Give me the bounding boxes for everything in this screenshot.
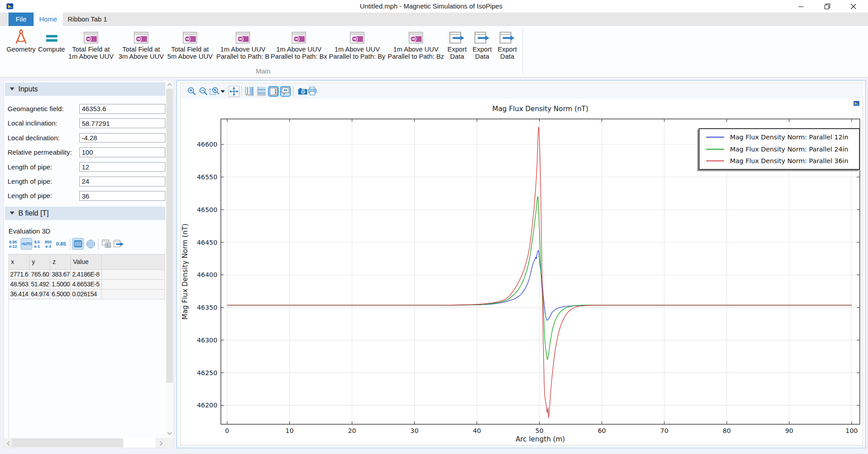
scroll-right-icon[interactable]: [160, 441, 163, 446]
table-cell[interactable]: 2.4186E-8: [70, 269, 102, 279]
tab-ribbon-tab-1[interactable]: Ribbon Tab 1: [63, 13, 112, 26]
ribbon-button-label: Parallel to Path: Bx: [271, 53, 327, 60]
table-cell-empty[interactable]: [102, 269, 165, 279]
export-data-button-3[interactable]: ExportData: [497, 27, 518, 60]
export-data-button-2[interactable]: ExportData: [471, 27, 493, 60]
column-header-value[interactable]: Value: [70, 254, 102, 269]
horizontal-scrollbar[interactable]: [4, 438, 166, 448]
field-label: Length of pipe:: [8, 163, 52, 171]
table-cell[interactable]: 2771.6: [9, 269, 30, 279]
graphics-canvas: 0102030405060708090100462004625046300463…: [180, 83, 863, 445]
app-icon: [6, 3, 13, 10]
copy-table-icon: [102, 239, 112, 248]
export-table-button[interactable]: [113, 238, 125, 250]
ribbon-button-label: 1m Above UUV: [276, 46, 321, 53]
collapse-triangle-icon: [10, 87, 14, 91]
legend-line-sample: [706, 149, 724, 150]
export-data-button-1[interactable]: ExportData: [446, 27, 468, 60]
horizontal-scrollbar-thumb[interactable]: [12, 438, 123, 447]
ribbon-button-label: Data: [475, 53, 489, 60]
y-tick-labels: 4620046250463004635046400464504650046550…: [197, 141, 217, 409]
evaluation-table: x y z Value 2771.6 765.60 383.67 2.4186E…: [9, 254, 165, 300]
parallel-path-bz-button[interactable]: 1m Above UUVParallel to Path: Bz: [385, 27, 446, 60]
field-input-6[interactable]: [79, 191, 165, 201]
geometry-button[interactable]: Geometry: [7, 27, 35, 53]
table-cell[interactable]: 48.563: [9, 279, 30, 289]
close-icon: [851, 4, 856, 9]
section-header-inputs[interactable]: Inputs: [5, 82, 165, 96]
y-axis-label: Mag Flux Density Norm (nT): [181, 224, 189, 320]
table-cell[interactable]: 0.026154: [70, 289, 102, 299]
svg-text:10: 10: [285, 427, 294, 434]
column-header-y[interactable]: y: [30, 254, 50, 269]
full-precision-table-button[interactable]: [72, 238, 84, 250]
scroll-up-icon[interactable]: [167, 83, 172, 86]
section-title: Inputs: [18, 85, 38, 93]
column-header-z[interactable]: z: [50, 254, 71, 269]
export-table-icon: [113, 239, 124, 248]
total-field-1m-button[interactable]: Total Field at1m Above UUV: [67, 27, 115, 60]
svg-text:30: 30: [410, 427, 419, 434]
ribbon-group-label: Main: [4, 67, 523, 75]
maximize-restore-button[interactable]: [817, 0, 837, 13]
field-input-2[interactable]: [79, 133, 165, 143]
section-header-bfield[interactable]: B field [T]: [5, 207, 165, 220]
table-cell[interactable]: 383.67: [50, 269, 71, 279]
minimize-button[interactable]: [791, 0, 811, 13]
table-cell[interactable]: 51.492: [30, 279, 50, 289]
plot-window-icon: [183, 32, 197, 43]
plot-legend: Mag Flux Density Norm: Parallel 12in Mag…: [699, 128, 860, 170]
ribbon-button-label: 5m Above UUV: [167, 53, 212, 60]
plot-group-icon[interactable]: [852, 100, 860, 108]
field-row: Length of pipe:: [4, 191, 173, 201]
parallel-path-bx-button[interactable]: 1m Above UUVParallel to Path: Bx: [268, 27, 329, 60]
tab-home[interactable]: Home: [34, 13, 63, 26]
precision-label: e-12: [9, 244, 17, 249]
table-cell[interactable]: 4.6653E-5: [70, 279, 102, 289]
table-cell[interactable]: 36.414: [9, 289, 30, 299]
table-cell-empty[interactable]: [102, 289, 165, 299]
scroll-left-icon[interactable]: [7, 441, 10, 446]
table-cell-empty[interactable]: [102, 279, 165, 289]
plot-window-icon: [84, 32, 98, 43]
scroll-down-icon[interactable]: [167, 432, 172, 435]
legend-label: Mag Flux Density Norm: Parallel 36in: [730, 157, 848, 164]
field-input-5[interactable]: [79, 177, 165, 186]
ribbon-button-label: 3m Above UUV: [118, 53, 164, 60]
precision-850e-3-button[interactable]: 850e-3: [45, 240, 52, 248]
column-header-empty: [102, 254, 165, 269]
table-lines-icon: [74, 240, 82, 247]
table-cell[interactable]: 6.5000: [50, 289, 71, 299]
total-field-3m-button[interactable]: Total Field at3m Above UUV: [117, 27, 165, 60]
total-field-5m-button[interactable]: Total Field at5m Above UUV: [166, 27, 214, 60]
field-input-1[interactable]: [79, 118, 165, 128]
ribbon-button-label: Data: [450, 53, 464, 60]
table-cell[interactable]: 64.974: [30, 289, 50, 299]
field-input-4[interactable]: [79, 162, 165, 172]
precision-8.85e-12-button[interactable]: 8.85e-12: [9, 240, 17, 248]
parallel-path-b-button[interactable]: 1m Above UUVParallel to Path: B: [214, 27, 272, 60]
ribbon-button-label: 1m Above UUV: [220, 46, 265, 53]
table-cell[interactable]: 1.5000: [50, 279, 71, 289]
export-data-icon: [500, 32, 515, 43]
parallel-path-by-button[interactable]: 1m Above UUVParallel to Path: By: [327, 27, 388, 60]
table-cell[interactable]: 765.60: [30, 269, 50, 279]
svg-text:20: 20: [348, 427, 356, 434]
vertical-scrollbar[interactable]: [166, 81, 173, 438]
vertical-scrollbar-thumb[interactable]: [166, 89, 173, 383]
precision-0.85-button[interactable]: 0.85: [56, 241, 66, 246]
plot-window-icon: [292, 32, 306, 43]
precision-auto-button[interactable]: AUTO: [21, 238, 32, 250]
file-menu-button[interactable]: File: [9, 13, 34, 26]
compute-button[interactable]: Compute: [38, 27, 65, 53]
field-input-3[interactable]: [79, 147, 165, 157]
spherical-coordinates-button[interactable]: [85, 238, 96, 250]
svg-text:50: 50: [535, 427, 544, 434]
precision-8.5e-1-button[interactable]: 8.5e-1: [34, 240, 40, 248]
svg-text:46500: 46500: [197, 206, 217, 213]
legend-item: Mag Flux Density Norm: Parallel 12in: [700, 133, 859, 141]
column-header-x[interactable]: x: [9, 254, 30, 269]
copy-table-button[interactable]: [101, 238, 112, 250]
close-button[interactable]: [843, 0, 864, 13]
field-input-0[interactable]: [79, 104, 165, 114]
